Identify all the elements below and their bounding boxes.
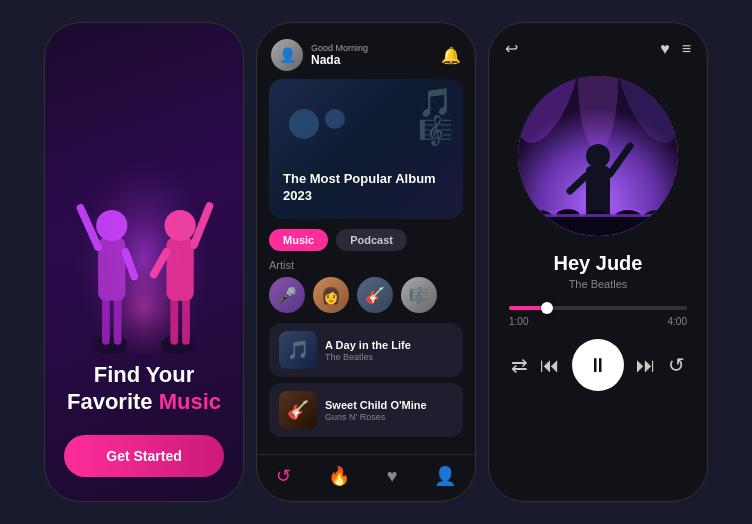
time-current: 1:00	[509, 316, 528, 327]
player-panel: ↩ ♥ ≡	[488, 22, 708, 502]
progress-fill	[509, 306, 548, 310]
artist-avatar-4[interactable]: 🎼	[401, 277, 437, 313]
user-greeting: 👤 Good Morning Nada	[271, 39, 368, 71]
shuffle-button[interactable]: ⇄	[511, 353, 528, 377]
pause-icon: ⏸	[588, 354, 608, 377]
svg-rect-3	[102, 295, 110, 344]
track-artist: The Beatles	[569, 278, 628, 290]
artist-avatar-3[interactable]: 🎸	[357, 277, 393, 313]
user-avatar: 👤	[271, 39, 303, 71]
prev-button[interactable]: ⏮	[540, 354, 560, 377]
title-line2: Favorite Music	[67, 389, 221, 415]
svg-point-2	[92, 335, 127, 355]
back-icon[interactable]: ↩	[505, 39, 518, 58]
time-total: 4:00	[668, 316, 687, 327]
onboarding-panel: Find Your Favorite Music Get Started	[44, 22, 244, 502]
repeat-button[interactable]: ↺	[668, 353, 685, 377]
heart-icon[interactable]: ♥	[660, 40, 670, 58]
greeting-label: Good Morning	[311, 43, 368, 53]
filter-music-button[interactable]: Music	[269, 229, 328, 251]
bottom-nav: ↺ 🔥 ♥ 👤	[257, 454, 475, 501]
track-title: Hey Jude	[554, 252, 643, 275]
song-artist-1: Guns N' Roses	[325, 412, 427, 422]
music-notes-decoration: 🎵🎼	[418, 89, 453, 145]
title-highlight: Music	[159, 389, 221, 414]
progress-section: 1:00 4:00	[489, 290, 707, 335]
svg-point-34	[643, 210, 673, 226]
dot2	[325, 109, 345, 129]
song-title-1: Sweet Child O'Mine	[325, 399, 427, 411]
svg-point-9	[161, 335, 196, 355]
dot1	[289, 109, 319, 139]
artist-section-label: Artist	[257, 255, 475, 277]
song-title-0: A Day in the Life	[325, 339, 411, 351]
filter-podcast-button[interactable]: Podcast	[336, 229, 407, 251]
svg-point-30	[523, 210, 553, 226]
song-info-0: A Day in the Life The Beatles	[325, 339, 411, 362]
svg-rect-10	[170, 295, 178, 344]
hero-art	[61, 53, 227, 362]
artists-row: 🎤 👩 🎸 🎼	[257, 277, 475, 323]
song-list: 🎵 A Day in the Life The Beatles 🎸 Sweet …	[257, 323, 475, 454]
top-bar-left: ↩	[505, 39, 518, 58]
progress-bar[interactable]	[509, 306, 687, 310]
song-thumb-0: 🎵	[279, 331, 317, 369]
nav-trending-icon[interactable]: 🔥	[328, 465, 350, 487]
filter-row: Music Podcast	[257, 219, 475, 255]
time-row: 1:00 4:00	[509, 316, 687, 327]
song-info-1: Sweet Child O'Mine Guns N' Roses	[325, 399, 427, 422]
title-line1: Find Your	[67, 362, 221, 388]
song-artist-0: The Beatles	[325, 352, 411, 362]
panel2-header: 👤 Good Morning Nada 🔔	[257, 23, 475, 79]
svg-rect-12	[166, 237, 193, 300]
notification-bell-icon[interactable]: 🔔	[441, 46, 461, 65]
song-item-0[interactable]: 🎵 A Day in the Life The Beatles	[269, 323, 463, 377]
svg-rect-11	[182, 295, 190, 344]
artist-avatar-2[interactable]: 👩	[313, 277, 349, 313]
filter-podcast-label: Podcast	[350, 234, 393, 246]
player-top-bar: ↩ ♥ ≡	[489, 23, 707, 66]
svg-rect-35	[518, 214, 678, 217]
browse-panel: 👤 Good Morning Nada 🔔 🎵🎼 The Most Popula…	[256, 22, 476, 502]
top-bar-right: ♥ ≡	[660, 40, 691, 58]
user-name: Nada	[311, 53, 368, 67]
play-pause-button[interactable]: ⏸	[572, 339, 624, 391]
get-started-button[interactable]: Get Started	[64, 435, 224, 477]
banner-title: The Most Popular Album 2023	[283, 171, 449, 205]
title-prefix: Favorite	[67, 389, 159, 414]
greeting-text: Good Morning Nada	[311, 43, 368, 67]
svg-rect-5	[98, 237, 125, 300]
nav-profile-icon[interactable]: 👤	[434, 465, 456, 487]
get-started-label: Get Started	[106, 448, 181, 464]
panel1-title: Find Your Favorite Music	[67, 362, 221, 415]
album-art	[518, 76, 678, 236]
svg-point-26	[586, 144, 610, 168]
song-item-1[interactable]: 🎸 Sweet Child O'Mine Guns N' Roses	[269, 383, 463, 437]
playback-controls: ⇄ ⏮ ⏸ ⏭ ↺	[489, 335, 707, 391]
svg-point-8	[96, 210, 127, 241]
nav-heart-icon[interactable]: ♥	[387, 466, 398, 487]
nav-refresh-icon[interactable]: ↺	[276, 465, 291, 487]
svg-point-32	[584, 210, 612, 226]
svg-rect-4	[114, 295, 122, 344]
playlist-icon[interactable]: ≡	[682, 40, 691, 58]
featured-banner[interactable]: 🎵🎼 The Most Popular Album 2023	[269, 79, 463, 219]
banner-decoration	[289, 109, 345, 139]
svg-point-15	[165, 210, 196, 241]
artist-avatar-1[interactable]: 🎤	[269, 277, 305, 313]
filter-music-label: Music	[283, 234, 314, 246]
song-thumb-1: 🎸	[279, 391, 317, 429]
next-button[interactable]: ⏭	[636, 354, 656, 377]
